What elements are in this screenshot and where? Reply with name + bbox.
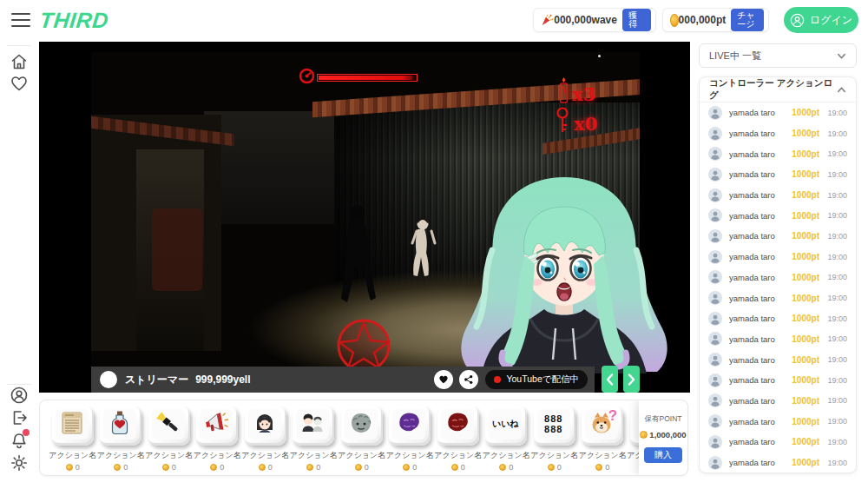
action-log-row[interactable]: yamada taro 1000pt 19:00 — [700, 308, 856, 329]
action-log-row[interactable]: yamada taro 1000pt 19:00 — [700, 102, 856, 123]
action-log-title: コントローラー アクションログ — [709, 77, 837, 102]
login-label: ログイン — [810, 13, 852, 28]
action-label: アクション名 — [434, 450, 483, 461]
point-balance-title: 保有POINT — [639, 414, 687, 425]
action-label: アクション名 — [194, 450, 242, 461]
action-log-row[interactable]: yamada taro 1000pt 19:00 — [700, 164, 856, 185]
action-keycap[interactable] — [245, 406, 286, 446]
megaphone-icon — [203, 410, 229, 439]
action-keycap[interactable] — [52, 406, 94, 446]
log-username: yamada taro — [729, 314, 792, 323]
action-log-row[interactable]: yamada taro 1000pt 19:00 — [700, 268, 856, 288]
action-panel: アクション名 0 アクション名 0 アクション名 0 — [39, 400, 688, 476]
acquire-button[interactable]: 獲得 — [622, 9, 651, 31]
action-keycap[interactable]: ? — [582, 406, 623, 446]
action-log-row[interactable]: yamada taro 1000pt 19:00 — [700, 432, 856, 453]
action-item[interactable]: アクション名 0 — [241, 406, 290, 476]
buy-points-button[interactable]: 購入 — [644, 447, 682, 463]
action-label: アクション名 — [241, 450, 290, 461]
action-log-row[interactable]: yamada taro 1000pt 19:00 — [700, 411, 856, 432]
hud-gauge-icon — [299, 68, 315, 84]
action-log-row[interactable]: yamada taro 1000pt 19:00 — [700, 370, 856, 391]
action-item[interactable]: アクション名 0 — [194, 406, 242, 476]
log-time: 19:00 — [825, 232, 847, 241]
log-points: 1000pt — [792, 417, 819, 426]
action-log-header[interactable]: コントローラー アクションログ — [700, 77, 856, 102]
flashlight-icon — [155, 410, 181, 439]
action-label: アクション名 — [49, 450, 97, 461]
coin-icon — [670, 14, 679, 27]
action-item[interactable]: いいね アクション名 0 — [483, 406, 531, 476]
like-button[interactable] — [434, 370, 453, 389]
charge-button[interactable]: チャージ — [731, 9, 764, 31]
action-cost-value: 0 — [509, 463, 513, 472]
action-label: アクション名 — [145, 450, 194, 461]
action-keycap[interactable] — [341, 406, 383, 446]
log-points: 1000pt — [792, 129, 819, 138]
log-points: 1000pt — [792, 294, 819, 303]
coin-icon — [306, 464, 313, 471]
log-time: 19:00 — [825, 396, 847, 405]
action-log-row[interactable]: yamada taro 1000pt 19:00 — [700, 287, 856, 308]
action-log-row[interactable]: yamada taro 1000pt 19:00 — [700, 247, 856, 268]
user-avatar-icon — [708, 106, 722, 120]
action-keycap[interactable] — [293, 406, 334, 446]
action-item[interactable]: アクション名 0 — [338, 406, 386, 476]
action-log-panel: コントローラー アクションログ yamada taro 1000pt 19:00… — [699, 76, 857, 473]
action-keycap[interactable] — [196, 406, 238, 446]
user-avatar-icon — [708, 127, 722, 141]
action-log-row[interactable]: yamada taro 1000pt 19:00 — [700, 143, 856, 164]
action-keycap[interactable] — [148, 406, 190, 446]
brand-logo[interactable]: THIRD — [38, 8, 109, 33]
action-log-row[interactable]: yamada taro 1000pt 19:00 — [700, 349, 856, 370]
account-icon[interactable] — [10, 386, 29, 405]
log-time: 19:00 — [825, 109, 847, 117]
logout-icon[interactable] — [10, 408, 29, 427]
sticker-text: いいね — [492, 420, 519, 429]
action-item[interactable]: アクション名 0 — [97, 406, 146, 476]
log-time: 19:00 — [825, 294, 847, 302]
action-log-row[interactable]: yamada taro 1000pt 19:00 — [700, 205, 856, 226]
hud-candle-icon — [557, 76, 570, 104]
action-keycap[interactable] — [437, 406, 479, 446]
action-log-row[interactable]: yamada taro 1000pt 19:00 — [700, 391, 856, 412]
action-item[interactable]: ? アクション名 0 — [579, 406, 628, 476]
hamburger-menu-icon[interactable] — [11, 13, 30, 28]
bell-icon[interactable] — [10, 431, 29, 450]
chevron-right-icon — [628, 373, 635, 386]
login-button[interactable]: ログイン — [784, 7, 858, 33]
heart-icon[interactable] — [10, 74, 29, 93]
action-cost-value: 0 — [365, 463, 369, 472]
log-username: yamada taro — [729, 375, 792, 385]
action-item[interactable]: 888888 アクション名 0 — [530, 406, 579, 476]
action-item[interactable]: アクション名 0 — [434, 406, 483, 476]
share-button[interactable] — [459, 370, 478, 389]
log-username: yamada taro — [729, 294, 792, 303]
action-item[interactable]: アクション名 0 — [145, 406, 194, 476]
video-player[interactable]: x3 x0 — [39, 42, 690, 393]
action-item[interactable]: アクション名 0 — [49, 406, 97, 476]
action-keycap[interactable]: 888888 — [534, 406, 575, 446]
action-item[interactable]: アクション名 0 — [290, 406, 339, 476]
wave-value: 000,000wave — [554, 14, 617, 26]
youtube-live-badge[interactable]: YouTubeで配信中 — [485, 370, 588, 389]
action-log-row[interactable]: yamada taro 1000pt 19:00 — [700, 185, 856, 206]
prev-stream-button[interactable] — [602, 366, 618, 393]
action-log-row[interactable]: yamada taro 1000pt 19:00 — [700, 453, 856, 473]
action-log-row[interactable]: yamada taro 1000pt 19:00 — [700, 226, 856, 247]
action-cost-value: 0 — [316, 463, 320, 472]
action-log-row[interactable]: yamada taro 1000pt 19:00 — [700, 329, 856, 350]
action-item[interactable]: アクション名 0 — [386, 406, 435, 476]
action-keycap[interactable] — [389, 406, 431, 446]
next-stream-button[interactable] — [623, 366, 640, 393]
action-keycap[interactable] — [100, 406, 141, 446]
gear-icon[interactable] — [10, 453, 29, 472]
action-keycap[interactable]: いいね — [485, 406, 527, 446]
home-icon[interactable] — [10, 52, 29, 71]
streamer-avatar — [100, 371, 117, 388]
page: THIRD 000,000wave 獲得 000,000pt チャージ ログイン — [0, 0, 868, 489]
heart-icon — [438, 374, 449, 385]
action-cost-value: 0 — [557, 463, 562, 472]
live-list-dropdown[interactable]: LIVE中 一覧 — [699, 43, 857, 68]
action-log-row[interactable]: yamada taro 1000pt 19:00 — [700, 123, 856, 144]
